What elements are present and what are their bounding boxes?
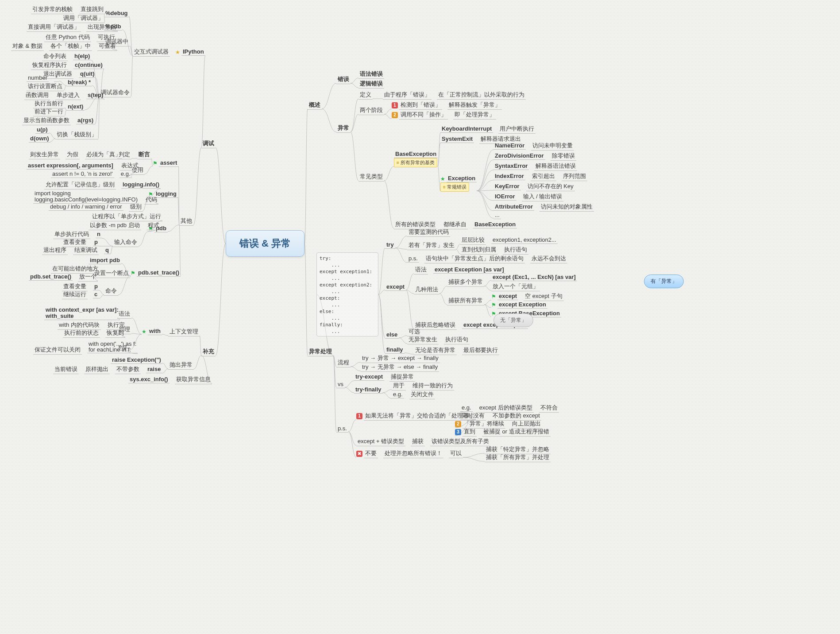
r-err-b: 逻辑错误	[358, 80, 384, 89]
l-h: 命令列表h(elp)	[42, 52, 91, 61]
l-n: n(ext)	[66, 103, 85, 111]
r-fin: finally	[385, 346, 405, 354]
r-flow: 流程	[336, 359, 351, 367]
r-exck-a2: except Exception	[491, 301, 547, 309]
code-snippet: try: ...except exception1: ...except exc…	[320, 255, 372, 335]
r-ps1: 1如果无法将「异常」交给合适的「处理器」	[356, 412, 476, 421]
l-st-i: import pdb	[89, 257, 121, 264]
l-mid1: 任意 Python 代码可执行	[44, 33, 116, 42]
l-c: 恢复程序执行c(ontinue)	[31, 61, 104, 70]
l-b1: number*	[27, 74, 59, 82]
l-pd-b: 以参数 -m pdb 启动程式	[89, 221, 161, 230]
r-def-v: 由于程序「错误」在「正常控制流」以外采取的行为	[383, 91, 526, 100]
r-ps1a: e.g.except 后的错误类型不符合	[460, 404, 559, 413]
r-flow-a: try → 异常 → except → finally	[361, 354, 440, 363]
l-u: u(p)	[35, 126, 49, 134]
l-pd-q: 退出程序结束调试q	[42, 246, 110, 255]
r-ex-ae: AttributeError访问未知的对象属性	[493, 203, 594, 212]
l-n1: 执行当前行	[33, 100, 65, 108]
r-exck-s: 语法except Exception [as var]	[414, 266, 505, 274]
l-dbg2: 调用「调试器」	[62, 14, 105, 23]
r-ps3: ✖不要处理并忽略所有错误！可以	[356, 449, 463, 458]
r-def: 定义	[358, 91, 373, 100]
l-ts[interactable]: 调试	[201, 139, 216, 148]
r-gs[interactable]: 概述	[308, 101, 322, 110]
r-els: else	[385, 331, 399, 339]
r-exc: 异常	[336, 124, 351, 133]
root-node[interactable]: 错误 & 异常	[226, 230, 304, 257]
l-d: d(own)	[29, 135, 50, 143]
l-st-b1: 在可能出错的地方	[51, 265, 100, 274]
l-oth: 其他	[179, 217, 193, 226]
l-a: 显示当前函数参数a(rgs)	[22, 116, 95, 125]
l-bc[interactable]: 补充	[201, 348, 216, 356]
l-b2: 该行设置断点	[27, 82, 64, 91]
l-st-b2: pdb.set_trace()放一个	[29, 273, 98, 282]
r-exck-m: 捕获多个异常	[447, 278, 484, 287]
l-as-ex: assert expression[, arguments]表达式	[27, 162, 140, 170]
r-flow-b: try → 无异常 → else → finally	[361, 363, 439, 372]
r-stg: 两个阶段	[358, 106, 384, 115]
r-ex-ke: KeyError访问不存在的 Key	[493, 182, 575, 191]
r-ps1b: 同时没有不加参数的 except	[460, 412, 541, 421]
l-dbg1: 引发异常的栈帧直接跳到	[31, 5, 105, 14]
r-ki: KeyboardInterrupt用户中断执行	[440, 125, 536, 134]
r-err-a: 语法错误	[358, 70, 384, 79]
l-thr-b: 当前错误原样抛出不带参数raise	[53, 365, 162, 374]
r-exck-u: 几种用法	[414, 286, 439, 294]
r-stg1: 1检测到「错误」解释器触发「异常」	[392, 101, 502, 110]
l-ud: 切换「栈级别」	[55, 131, 98, 139]
r-eh[interactable]: 异常处理	[308, 348, 333, 356]
l-thr: 抛出异常	[168, 361, 194, 370]
r-try-b2: 直到找到归属执行语句	[460, 246, 528, 255]
r-ps3b: 捕获「所有异常」并处理	[485, 453, 551, 462]
r-vs-tf: try-finally	[354, 386, 383, 394]
r-fin-a: 无论是否有异常最后都要执行	[414, 346, 499, 355]
l-pd-n: 单步执行代码n	[53, 230, 102, 239]
r-try-a: 需要监测的代码	[407, 228, 450, 237]
l-st-p: 查看变量p	[62, 282, 99, 291]
l-ia: 交互式调试器IPython	[133, 48, 205, 57]
l-as-eg: assert n != 0, 'n is zero!'e.g.	[51, 170, 132, 178]
r-try: try	[385, 241, 395, 249]
l-w-s1: with context_expr [as var]: with_suite	[44, 307, 120, 320]
l-exi: sys.exc_info()获取异常信息	[128, 375, 212, 384]
l-lg-c: debug / info / warning / error级别	[49, 203, 143, 212]
r-exck-a1: except空 except 子句	[491, 292, 564, 301]
l-pd-c: 输入命令	[113, 238, 139, 247]
l-lg-a: 允许配置「记录信息」级别logging.info()	[44, 181, 161, 189]
r-exck-a: 捕获所有异常	[447, 297, 484, 305]
l-w-p1: with 内的代码块执行完	[58, 321, 126, 330]
r-ps1d: 3直到被捕捉 or 造成主程序报错	[455, 428, 551, 437]
r-ps: p.s.	[336, 425, 348, 433]
r-ps1c: 2「异常」将继续向上层抛出	[455, 420, 542, 429]
r-stg2: 2调用不同「操作」即「处理异常」	[392, 111, 496, 120]
r-ex-el: ...	[493, 212, 501, 219]
r-ps3a: 捕获「特定异常」并忽略	[485, 445, 551, 454]
l-w: with	[142, 328, 162, 335]
r-try-ps: p.s.语句块中「异常发生点」后的剩余语句永远不会到达	[407, 255, 567, 263]
r-base: BaseException所有异常的基类	[394, 151, 438, 167]
l-mid2: 对象 & 数据各个「栈帧」中可查看	[11, 42, 117, 51]
l-s: 函数调用单步进入s(tep)	[24, 91, 104, 100]
l-st-c: 命令	[104, 287, 118, 296]
r-ex-sy: SyntaxError解释器语法错误	[493, 162, 577, 171]
r-try-b: 若有「异常」发生	[407, 241, 456, 250]
r-els-b: 无异常发生执行语句	[407, 336, 470, 344]
l-as-j1: 则发生异常为假必须为「真」	[29, 151, 122, 159]
l-w-p2: 执行前的状态恢复到	[63, 329, 125, 338]
r-ex-ix: IndexError索引超出序列范围	[493, 172, 587, 181]
callout-has-exc: 有「异常」	[644, 274, 684, 288]
r-ps2: except + 错误类型捕获该错误类型及所有子类	[356, 437, 490, 446]
r-exck-m1: except (Exc1, ... ExcN) [as var]	[491, 274, 577, 281]
r-ex: Exception常规错误	[440, 175, 477, 192]
r-typ: 常见类型	[358, 173, 384, 182]
r-vs-te: try-except捕捉异常	[354, 373, 415, 382]
r-try-b1: 层层比较exception1, exception2...	[460, 236, 558, 245]
r-vs-tf1: 用于维持一致的行为	[392, 382, 454, 390]
l-thr-a: raise Exception('')	[111, 356, 162, 364]
l-b: b(reak) *	[66, 79, 92, 86]
r-vs-tf2: e.g.关闭文件	[392, 390, 435, 399]
r-ex-zd: ZeroDivisionError除零错误	[493, 152, 576, 161]
l-w-e1: 保证文件可以关闭with open('...') as f: for eachL…	[33, 341, 138, 355]
